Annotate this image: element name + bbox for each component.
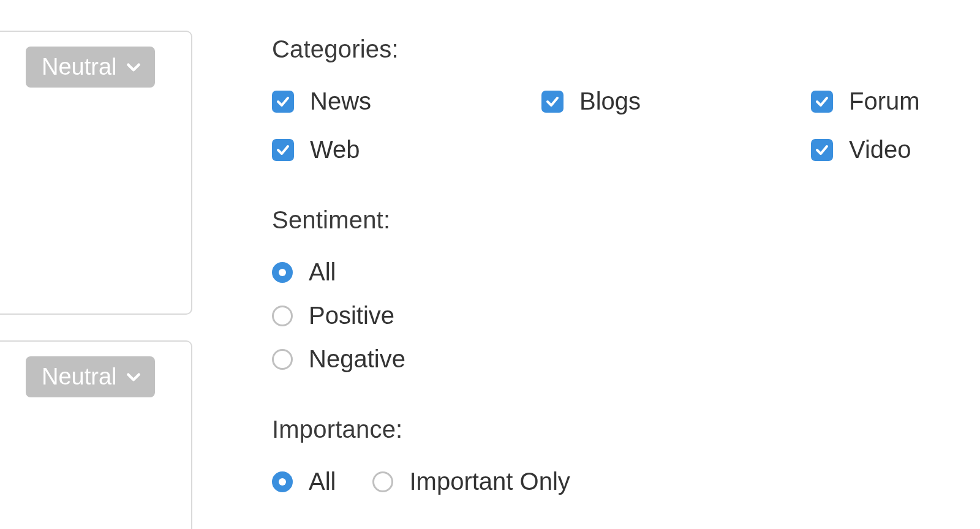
category-label: Video [849, 136, 911, 163]
left-card-2: Neutral [0, 340, 192, 529]
category-label: Blogs [579, 88, 641, 115]
category-checkbox-blogs[interactable]: Blogs [541, 88, 811, 115]
category-label: Web [310, 136, 360, 163]
sentiment-radio-positive[interactable]: Positive [272, 302, 946, 329]
radio-icon [372, 471, 393, 492]
sentiment-label: All [309, 258, 336, 286]
chevron-down-icon [126, 369, 141, 385]
categories-section: Categories: News Blogs [272, 36, 946, 163]
importance-radio-important-only[interactable]: Important Only [372, 468, 570, 495]
checkmark-icon [272, 139, 294, 161]
sentiment-section: Sentiment: All Positive Negative [272, 206, 946, 373]
sentiment-radio-all[interactable]: All [272, 258, 946, 286]
importance-label: Important Only [409, 468, 570, 495]
radio-icon [272, 471, 293, 492]
sentiment-options: All Positive Negative [272, 258, 946, 373]
categories-grid: News Blogs Forum [272, 88, 946, 163]
sentiment-title: Sentiment: [272, 206, 946, 234]
category-checkbox-video[interactable]: Video [811, 136, 946, 163]
importance-section: Importance: All Important Only [272, 416, 946, 495]
importance-title: Importance: [272, 416, 946, 443]
radio-icon [272, 306, 293, 326]
neutral-dropdown-2-label: Neutral [42, 364, 117, 390]
chevron-down-icon [126, 59, 141, 75]
category-label: News [310, 88, 371, 115]
checkmark-icon [811, 91, 833, 113]
importance-options: All Important Only [272, 468, 946, 495]
category-checkbox-web[interactable]: Web [272, 136, 541, 163]
importance-label: All [309, 468, 336, 495]
neutral-dropdown-1-label: Neutral [42, 54, 117, 80]
checkmark-icon [811, 139, 833, 161]
category-empty-cell [541, 136, 811, 163]
neutral-dropdown-2[interactable]: Neutral [26, 356, 155, 397]
sentiment-label: Positive [309, 302, 394, 329]
importance-radio-all[interactable]: All [272, 468, 336, 495]
sentiment-radio-negative[interactable]: Negative [272, 345, 946, 373]
checkmark-icon [541, 91, 564, 113]
sentiment-label: Negative [309, 345, 405, 373]
checkmark-icon [272, 91, 294, 113]
categories-title: Categories: [272, 36, 946, 63]
radio-icon [272, 262, 293, 283]
neutral-dropdown-1[interactable]: Neutral [26, 47, 155, 88]
filters-panel: Categories: News Blogs [272, 36, 946, 529]
category-label: Forum [849, 88, 920, 115]
left-card-1: Neutral [0, 31, 192, 315]
category-checkbox-forum[interactable]: Forum [811, 88, 946, 115]
radio-icon [272, 349, 293, 370]
category-checkbox-news[interactable]: News [272, 88, 541, 115]
